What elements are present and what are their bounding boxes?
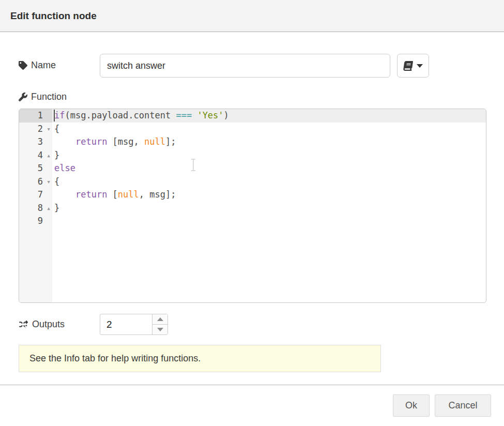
token-plain: } [54, 203, 59, 213]
gutter-line-number[interactable]: 1 [19, 109, 52, 123]
token-keyword: else [54, 163, 75, 173]
gutter-line-number[interactable]: 6▾ [19, 175, 52, 189]
outputs-label: Outputs [19, 319, 65, 330]
token-plain: (msg.payload.content [65, 110, 176, 120]
token-plain: ) [224, 110, 229, 120]
line-number: 8 [38, 203, 43, 213]
line-number: 2 [38, 124, 43, 134]
outputs-label-text: Outputs [32, 319, 65, 330]
mouse-ibeam-pointer [191, 159, 196, 171]
spinner-up-button[interactable] [152, 314, 167, 325]
token-plain [54, 136, 75, 147]
fold-end-icon[interactable]: ▴ [47, 149, 51, 162]
function-label-text: Function [31, 92, 67, 102]
gutter-line-number[interactable]: 7 [19, 188, 52, 202]
token-plain: { [54, 176, 59, 187]
function-label: Function [19, 92, 67, 102]
caret-down-icon [157, 328, 163, 331]
name-label-text: Name [31, 60, 56, 71]
fold-open-icon[interactable]: ▾ [47, 175, 51, 189]
wrench-icon [19, 93, 27, 101]
gutter-line-number[interactable]: 9 [19, 215, 52, 228]
tag-icon [19, 61, 27, 70]
token-keyword: return [75, 189, 107, 200]
caret-down-icon [417, 64, 423, 68]
line-number: 1 [38, 110, 43, 120]
line-number: 4 [38, 150, 43, 160]
book-icon [403, 61, 414, 71]
code-line[interactable]: return [msg, null]; [52, 135, 486, 149]
gutter-line-number[interactable]: 8▴ [19, 202, 52, 215]
token-plain: } [54, 150, 59, 160]
spinner-down-button[interactable] [152, 325, 167, 334]
line-number: 9 [38, 216, 43, 226]
cancel-button[interactable]: Cancel [435, 394, 491, 417]
token-plain [54, 189, 75, 200]
shuffle-icon [19, 320, 28, 329]
token-plain: , msg]; [139, 189, 176, 200]
token-plain: [ [107, 189, 117, 200]
library-button[interactable] [397, 54, 429, 78]
outputs-input[interactable] [100, 314, 152, 334]
code-line[interactable] [52, 215, 486, 228]
ok-button[interactable]: Ok [393, 394, 430, 417]
code-line[interactable]: else [52, 162, 486, 175]
token-plain: ]; [165, 136, 176, 147]
dialog-header: Edit function node [0, 0, 504, 32]
line-number: 5 [38, 163, 43, 173]
spinner-buttons [152, 314, 167, 334]
gutter-line-number[interactable]: 3 [19, 135, 52, 149]
dialog-title: Edit function node [10, 10, 97, 22]
caret-up-icon [157, 317, 163, 321]
token-plain [192, 110, 197, 120]
form-tip: See the Info tab for help writing functi… [19, 345, 381, 372]
form-tip-text: See the Info tab for help writing functi… [29, 353, 201, 364]
token-keyword: return [75, 136, 107, 147]
fold-open-icon[interactable]: ▾ [47, 123, 51, 136]
token-operator: === [176, 110, 192, 120]
name-input[interactable] [100, 54, 390, 78]
gutter-line-number[interactable]: 2▾ [19, 123, 52, 136]
outputs-spinner [100, 314, 168, 335]
editor-gutter[interactable]: 12▾34▴56▾78▴9 [19, 109, 52, 302]
code-line[interactable]: if(msg.payload.content === 'Yes') [52, 109, 486, 123]
token-plain: [msg, [107, 136, 144, 147]
footer-divider [0, 385, 504, 385]
token-plain: { [54, 124, 59, 134]
line-number: 7 [38, 189, 43, 200]
edit-function-node-dialog: Edit function node Name Function 12▾34▴5… [0, 0, 504, 426]
code-line[interactable]: return [null, msg]; [52, 188, 486, 202]
fold-end-icon[interactable]: ▴ [47, 202, 51, 215]
name-label: Name [19, 60, 56, 71]
code-editor[interactable]: 12▾34▴56▾78▴9 if(msg.payload.content ===… [19, 109, 486, 303]
code-line[interactable]: } [52, 149, 486, 162]
code-line[interactable]: } [52, 202, 486, 215]
text-cursor [54, 110, 55, 121]
code-line[interactable]: { [52, 175, 486, 189]
token-constant: null [118, 189, 139, 200]
line-number: 3 [38, 136, 43, 147]
gutter-line-number[interactable]: 5 [19, 162, 52, 175]
token-constant: null [144, 136, 165, 147]
code-line[interactable]: { [52, 123, 486, 136]
token-string: 'Yes' [197, 110, 223, 120]
editor-code[interactable]: if(msg.payload.content === 'Yes'){ retur… [52, 109, 486, 302]
gutter-line-number[interactable]: 4▴ [19, 149, 52, 162]
token-keyword: if [54, 110, 65, 120]
line-number: 6 [38, 176, 43, 187]
